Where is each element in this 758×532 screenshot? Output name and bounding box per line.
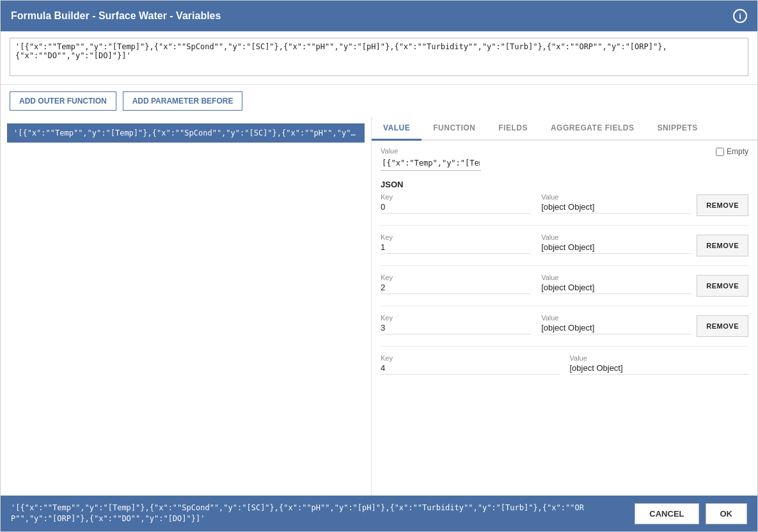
json-entry-0: Key 0 Value [object Object] REMOVE: [381, 193, 748, 217]
key-value-4: 4: [381, 363, 560, 375]
add-outer-function-button[interactable]: ADD OUTER FUNCTION: [10, 91, 116, 111]
formula-textarea[interactable]: '[{"x":""Temp"","y":"[Temp]"},{"x":""SpC…: [10, 38, 748, 76]
left-panel: '[{"x":""Temp"","y":"[Temp]"},{"x":""SpC…: [1, 117, 372, 496]
tab-value[interactable]: VALUE: [372, 117, 422, 141]
tab-fields[interactable]: FIELDS: [487, 117, 539, 141]
empty-label-text: Empty: [727, 147, 748, 156]
remove-button-3[interactable]: REMOVE: [697, 315, 748, 337]
panel-content: Value Empty JSON: [372, 141, 757, 496]
json-section-label: JSON: [381, 180, 748, 189]
key-group-0: Key 0: [381, 193, 531, 217]
value-val-2: [object Object]: [541, 283, 691, 294]
key-value-1: 1: [381, 242, 531, 254]
formula-area: '[{"x":""Temp"","y":"[Temp]"},{"x":""SpC…: [1, 31, 757, 85]
empty-checkbox[interactable]: [716, 148, 724, 156]
key-group-2: Key 2: [381, 274, 531, 298]
key-value-0: 0: [381, 202, 531, 214]
divider-1: [381, 265, 748, 266]
tab-function[interactable]: FUNCTION: [422, 117, 487, 141]
value-val-0: [object Object]: [541, 202, 691, 214]
bottom-formula-text: '[{"x":""Temp"","y":"[Temp]"},{"x":""SpC…: [11, 503, 622, 524]
body-split: '[{"x":""Temp"","y":"[Temp]"},{"x":""SpC…: [1, 117, 757, 496]
empty-checkbox-group: Empty: [716, 147, 748, 156]
json-entry-2: Key 2 Value [object Object] REMOVE: [381, 274, 748, 298]
remove-button-0[interactable]: REMOVE: [697, 194, 748, 216]
title-bar: Formula Builder - Surface Water - Variab…: [1, 1, 757, 31]
json-entry-4: Key 4 Value [object Object]: [381, 354, 748, 379]
value-field-label: Value: [381, 147, 709, 155]
tab-snippets[interactable]: SNIPPETS: [645, 117, 709, 141]
bottom-bar: '[{"x":""Temp"","y":"[Temp]"},{"x":""SpC…: [1, 496, 757, 531]
dialog-title: Formula Builder - Surface Water - Variab…: [11, 10, 221, 22]
value-group-2: Value [object Object]: [541, 274, 691, 298]
info-icon[interactable]: i: [733, 9, 747, 23]
value-val-1: [object Object]: [541, 242, 691, 254]
value-val-3: [object Object]: [541, 323, 691, 334]
value-label-1: Value: [541, 233, 691, 241]
key-value-2: 2: [381, 283, 531, 294]
toolbar: ADD OUTER FUNCTION ADD PARAMETER BEFORE: [1, 85, 757, 117]
divider-2: [381, 306, 748, 306]
remove-button-1[interactable]: REMOVE: [697, 235, 748, 256]
tab-aggregate-fields[interactable]: AGGREGATE FIELDS: [539, 117, 645, 141]
tabs: VALUE FUNCTION FIELDS AGGREGATE FIELDS S…: [372, 117, 757, 141]
key-value-pair-0: Key 0 Value [object Object]: [381, 193, 691, 217]
key-value-3: 3: [381, 323, 531, 334]
json-entry-1: Key 1 Value [object Object] REMOVE: [381, 233, 748, 258]
value-val-4: [object Object]: [570, 363, 749, 375]
cancel-button[interactable]: CANCEL: [635, 503, 699, 524]
value-group-4: Value [object Object]: [570, 354, 749, 379]
add-parameter-before-button[interactable]: ADD PARAMETER BEFORE: [123, 91, 243, 111]
value-group-3: Value [object Object]: [541, 314, 691, 338]
bottom-buttons: CANCEL OK: [635, 503, 747, 524]
value-group-1: Value [object Object]: [541, 233, 691, 258]
key-label-0: Key: [381, 193, 531, 201]
key-value-pair-1: Key 1 Value [object Object]: [381, 233, 691, 258]
value-label-4: Value: [570, 354, 749, 362]
value-label-2: Value: [541, 274, 691, 281]
divider-3: [381, 346, 748, 347]
key-value-pair-3: Key 3 Value [object Object]: [381, 314, 691, 338]
right-panel: VALUE FUNCTION FIELDS AGGREGATE FIELDS S…: [372, 117, 757, 496]
formula-builder-dialog: Formula Builder - Surface Water - Variab…: [0, 0, 758, 532]
main-content: '[{"x":""Temp"","y":"[Temp]"},{"x":""SpC…: [1, 31, 757, 496]
key-group-1: Key 1: [381, 233, 531, 258]
selected-node[interactable]: '[{"x":""Temp"","y":"[Temp]"},{"x":""SpC…: [7, 123, 365, 143]
value-label-0: Value: [541, 193, 691, 201]
key-label-3: Key: [381, 314, 531, 322]
divider-0: [381, 225, 748, 226]
ok-button[interactable]: OK: [706, 503, 748, 524]
key-label-1: Key: [381, 233, 531, 241]
key-value-pair-2: Key 2 Value [object Object]: [381, 274, 691, 298]
key-label-4: Key: [381, 354, 560, 362]
value-input[interactable]: [381, 156, 481, 171]
key-group-4: Key 4: [381, 354, 560, 379]
value-label-3: Value: [541, 314, 691, 322]
remove-button-2[interactable]: REMOVE: [697, 275, 748, 297]
key-label-2: Key: [381, 274, 531, 281]
json-entry-3: Key 3 Value [object Object] REMOVE: [381, 314, 748, 338]
value-row: Value Empty: [381, 147, 748, 171]
value-group-0: Value [object Object]: [541, 193, 691, 217]
key-group-3: Key 3: [381, 314, 531, 338]
key-value-pair-4: Key 4 Value [object Object]: [381, 354, 748, 379]
